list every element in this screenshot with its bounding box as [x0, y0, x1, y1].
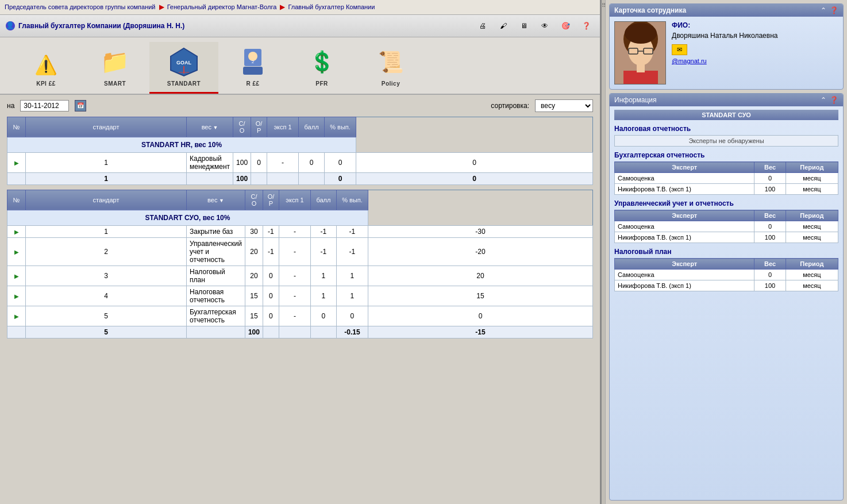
- row2-op: -: [279, 237, 310, 266]
- info-subtitle-taxplan: Налоговый план: [614, 248, 838, 256]
- play-btn2[interactable]: ▶: [14, 313, 19, 320]
- row2-co: -1: [263, 237, 279, 266]
- col2-co: С/О: [245, 190, 263, 210]
- play-btn2[interactable]: ▶: [14, 229, 19, 235]
- taxplan-table-body: Самооценка 0 месяц Никифорова Т.В. (эксп…: [615, 270, 838, 291]
- list-item: Никифорова Т.В. (эксп 1) 100 месяц: [615, 280, 838, 291]
- sort-label: сортировка:: [491, 102, 529, 110]
- play-cell[interactable]: ▶: [7, 152, 26, 172]
- nav-label-standart: STANDART: [167, 80, 201, 89]
- nav-label-policy: Policy: [382, 80, 400, 89]
- nav-item-smart[interactable]: 📁 SMART: [80, 42, 149, 94]
- nav-item-ree[interactable]: 2 R ££: [218, 42, 287, 94]
- section-title-hr-text: STANDART HR, вес 10%: [7, 137, 356, 152]
- row2-op: -: [279, 286, 310, 306]
- col2-ves[interactable]: вес: [187, 190, 245, 210]
- play-btn2[interactable]: ▶: [14, 293, 19, 299]
- nav-item-policy[interactable]: 📜 Policy: [356, 42, 425, 94]
- row2-pct: 0: [368, 306, 592, 326]
- nav-label-pfr: PFR: [315, 80, 328, 89]
- email-button[interactable]: ✉: [672, 44, 687, 55]
- row2-name: Управленческий учет и отчетность: [187, 237, 245, 266]
- row-name: Кадровый менеджмент: [187, 152, 233, 172]
- nav-label-kpi: KPI ££: [36, 80, 56, 89]
- col-ves[interactable]: вес: [187, 117, 233, 137]
- row2-ves: 30: [245, 225, 263, 237]
- no-expert-text: Эксперты не обнаружены: [614, 135, 838, 147]
- breadcrumb-arrow-2: ▶: [280, 3, 284, 10]
- right-panel: Карточка сотрудника ⌃ ❓: [606, 0, 847, 504]
- card-collapse-icon[interactable]: ⌃: [821, 6, 826, 14]
- breadcrumb-arrow-1: ▶: [159, 3, 164, 10]
- sort-select[interactable]: весу номеру названию: [535, 99, 593, 112]
- card-body: ФИО: Дворяшина Наталья Николаевна ✉ @mag…: [610, 17, 843, 89]
- eye-icon[interactable]: 👁: [537, 18, 553, 34]
- info-collapse-icon[interactable]: ⌃: [821, 96, 826, 104]
- row2-num: 1: [26, 225, 187, 237]
- table-row: ▶ 1 Кадровый менеджмент 100 0 - 0 0 0: [7, 152, 593, 172]
- calendar-icon[interactable]: 📅: [75, 100, 86, 111]
- breadcrumb-item-1[interactable]: Председатель совета директоров группы ко…: [5, 3, 156, 10]
- play-btn[interactable]: ▶: [14, 160, 19, 166]
- row2-name: Налоговый план: [187, 266, 245, 286]
- table-row: ▶ 1 Закрытие баз 30 -1 - -1 -1 -30: [7, 225, 593, 237]
- col-expert-taxplan: Эксперт: [615, 259, 754, 270]
- row2-exp1: 1: [310, 266, 336, 286]
- policy-icon: 📜: [374, 45, 408, 79]
- row2-ball: 1: [336, 266, 368, 286]
- row-num: 1: [26, 152, 187, 172]
- breadcrumb-item-3[interactable]: Главный бухгалтер Компании: [288, 3, 375, 10]
- table2-body: STANDART СУО, вес 10% ▶ 1 Закрытие баз 3…: [7, 210, 593, 338]
- nav-item-pfr[interactable]: 💲 PFR: [287, 42, 356, 94]
- info-expert: Самооценка: [615, 173, 754, 184]
- info-ves: 100: [754, 184, 786, 195]
- scrollbar-divider[interactable]: ⠿: [601, 0, 606, 504]
- info-expert: Самооценка: [615, 270, 754, 280]
- nav-item-kpi[interactable]: ⚠️ KPI ££: [11, 48, 80, 94]
- nav-icons-row: ⚠️ KPI ££ 📁 SMART GOAL STANDART: [0, 37, 600, 95]
- play-btn2[interactable]: ▶: [14, 249, 19, 255]
- play-cell2[interactable]: ▶: [7, 286, 26, 306]
- subtotal-ball: 0: [325, 172, 356, 184]
- info-period: месяц: [786, 221, 838, 232]
- employee-name: Дворяшина Наталья Николаевна: [672, 32, 838, 40]
- section-title-suo: STANDART СУО, вес 10%: [7, 210, 593, 225]
- table-row: ▶ 4 Налоговая отчетность 15 0 - 1 1 15: [7, 286, 593, 306]
- col-num: №: [7, 117, 26, 137]
- col2-pct: % вып.: [336, 190, 368, 210]
- play-cell2[interactable]: ▶: [7, 225, 26, 237]
- employee-info: ФИО: Дворяшина Наталья Николаевна ✉ @mag…: [672, 21, 838, 84]
- info-ves: 0: [754, 221, 786, 232]
- info-period: месяц: [786, 232, 838, 243]
- play-cell2[interactable]: ▶: [7, 306, 26, 326]
- nav-item-standart[interactable]: GOAL STANDART: [149, 42, 218, 94]
- employee-email[interactable]: @magnat.ru: [672, 57, 838, 64]
- brush-icon[interactable]: 🖌: [495, 18, 511, 34]
- row-op: -: [267, 152, 299, 172]
- print-icon[interactable]: 🖨: [475, 18, 491, 34]
- monitor-icon[interactable]: 🖥: [516, 18, 532, 34]
- subtotal-num: 1: [26, 172, 187, 184]
- col-period-taxplan: Период: [786, 259, 838, 270]
- row2-ves: 20: [245, 266, 263, 286]
- play-btn2[interactable]: ▶: [14, 273, 19, 279]
- help-icon[interactable]: ❓: [578, 18, 594, 34]
- play-cell2[interactable]: ▶: [7, 266, 26, 286]
- row2-op: -: [279, 266, 310, 286]
- toolbar-icons: 🖨 🖌 🖥 👁 🎯 ❓: [475, 18, 594, 34]
- col-ves-mgmt: Вес: [754, 210, 786, 221]
- list-item: Самооценка 0 месяц: [615, 270, 838, 280]
- card-help-icon[interactable]: ❓: [830, 6, 838, 14]
- breadcrumb-item-2[interactable]: Генеральный директор Магнат-Волга: [167, 3, 277, 10]
- target-icon[interactable]: 🎯: [557, 18, 573, 34]
- pfr-icon: 💲: [305, 45, 339, 79]
- row2-pct: 20: [368, 266, 592, 286]
- row-ball: 0: [325, 152, 356, 172]
- info-help-icon[interactable]: ❓: [830, 96, 838, 104]
- col-expert-buh: Эксперт: [615, 162, 754, 173]
- date-input[interactable]: [20, 100, 69, 111]
- play-cell2[interactable]: ▶: [7, 237, 26, 266]
- row2-co: 0: [263, 306, 279, 326]
- row2-ball: -1: [336, 225, 368, 237]
- info-header-icons: ⌃ ❓: [821, 96, 838, 104]
